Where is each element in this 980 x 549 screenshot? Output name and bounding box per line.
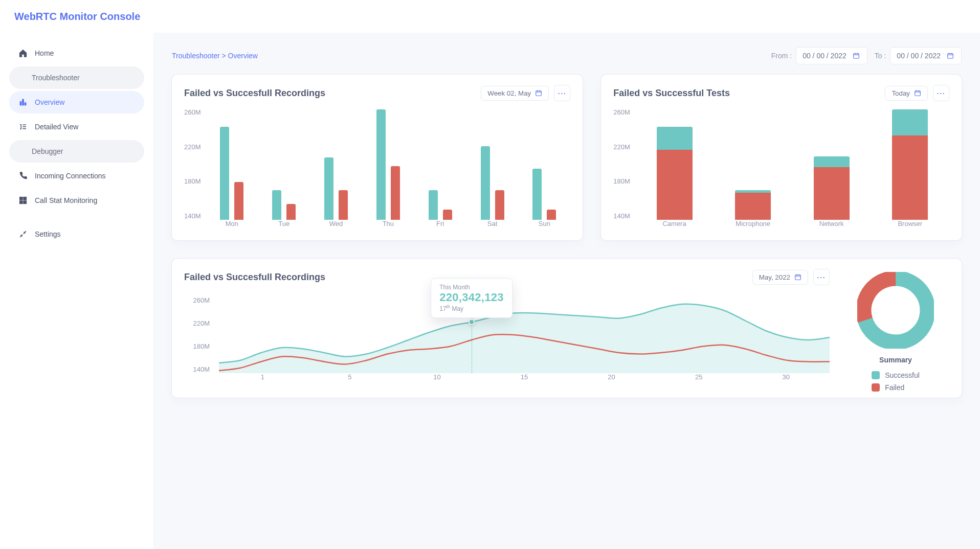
svg-rect-4	[24, 197, 27, 200]
sidebar: HomeTroubleshooterOverviewDetailed ViewD…	[0, 33, 153, 549]
from-date-picker[interactable]: 00 / 00 / 2022	[796, 47, 867, 64]
svg-rect-5	[19, 201, 23, 204]
sidebar-group: Troubleshooter	[9, 66, 144, 89]
chart-bars	[206, 108, 571, 220]
x-axis: CameraMicrophoneNetworkBrowser	[635, 220, 949, 234]
home-icon	[18, 49, 28, 58]
grid-icon	[18, 196, 28, 205]
list-icon	[18, 122, 28, 131]
svg-rect-2	[25, 103, 26, 105]
period-picker[interactable]: May, 2022	[752, 270, 808, 285]
svg-rect-8	[948, 54, 953, 58]
period-label: May, 2022	[759, 273, 790, 281]
bar	[339, 190, 348, 220]
bar	[547, 210, 556, 220]
calendar-icon	[852, 51, 861, 60]
tools-icon	[18, 230, 28, 239]
summary-panel: Summary Successful Failed	[842, 269, 949, 392]
svg-rect-1	[23, 99, 24, 105]
svg-rect-10	[915, 91, 921, 96]
sidebar-item-label: Call Stat Monitoring	[35, 196, 97, 204]
svg-rect-0	[20, 102, 21, 106]
to-date-value: 00 / 00 / 2022	[897, 52, 941, 60]
sidebar-item[interactable]: Overview	[9, 91, 144, 113]
bar	[495, 190, 504, 220]
y-axis: 260M220M180M140M	[184, 106, 206, 234]
svg-rect-11	[795, 275, 801, 280]
period-label: Today	[892, 89, 910, 97]
bar	[220, 127, 229, 220]
phone-icon	[18, 171, 28, 180]
area-plot: This Month 220,342,123 17th May	[219, 296, 830, 373]
tooltip-label: This Month	[439, 284, 504, 291]
sidebar-item[interactable]: Settings	[9, 223, 144, 245]
y-axis: 260M220M180M140M	[613, 106, 635, 234]
more-button[interactable]: ···	[813, 269, 830, 285]
swatch-icon	[872, 371, 880, 379]
swatch-icon	[872, 383, 880, 392]
to-date-picker[interactable]: 00 / 00 / 2022	[890, 47, 962, 64]
chart-tooltip: This Month 220,342,123 17th May	[431, 278, 513, 318]
sidebar-item[interactable]: Detailed View	[9, 116, 144, 138]
more-button[interactable]: ···	[933, 85, 949, 101]
to-label: To :	[875, 52, 886, 60]
bar	[324, 157, 333, 220]
sidebar-item-label: Incoming Connections	[35, 172, 106, 180]
bar	[286, 204, 296, 220]
card-title: Failed vs Succesfull Recordings	[184, 88, 325, 99]
bar	[376, 109, 386, 220]
sidebar-item[interactable]: Call Stat Monitoring	[9, 189, 144, 212]
chart-bars	[635, 108, 949, 220]
bar	[532, 169, 542, 220]
svg-rect-9	[536, 91, 542, 96]
sidebar-item[interactable]: Incoming Connections	[9, 165, 144, 187]
sidebar-item-label: Settings	[35, 230, 61, 238]
bar	[272, 190, 281, 220]
card-recordings-month: Failed vs Succesfull Recordings May, 202…	[172, 259, 962, 398]
legend-label: Failed	[885, 383, 904, 392]
x-axis: 151015202530	[219, 373, 830, 392]
calendar-icon	[946, 51, 955, 60]
bar	[443, 210, 452, 220]
bar	[481, 146, 490, 220]
legend-item-failed: Failed	[872, 383, 920, 392]
bar	[234, 182, 243, 220]
card-title: Failed vs Succesfull Recordings	[184, 272, 325, 283]
card-tests-today: Failed vs Successful Tests Today ··· 260…	[601, 75, 962, 240]
period-label: Week 02, May	[487, 89, 531, 97]
sidebar-item-label: Overview	[35, 98, 64, 106]
sidebar-item-label: Home	[35, 49, 54, 57]
x-axis: MonTueWedThuFriSatSun	[206, 220, 571, 234]
main: Troubleshooter > Overview From : 00 / 00…	[153, 33, 980, 549]
from-label: From :	[771, 52, 792, 60]
bar	[391, 166, 400, 220]
bar	[429, 190, 438, 220]
app-title: WebRTC Monitor Console	[14, 11, 140, 22]
card-recordings-week: Failed vs Succesfull Recordings Week 02,…	[172, 75, 583, 240]
period-picker[interactable]: Week 02, May	[481, 86, 549, 101]
svg-rect-7	[854, 54, 859, 58]
legend-label: Successful	[885, 371, 920, 379]
y-axis: 260M220M180M140M	[184, 296, 215, 373]
sidebar-group: Debugger	[9, 140, 144, 163]
donut-chart	[857, 272, 934, 349]
svg-rect-6	[24, 201, 27, 204]
sidebar-item[interactable]: Home	[9, 42, 144, 64]
svg-rect-3	[19, 197, 23, 200]
summary-title: Summary	[879, 356, 912, 364]
sidebar-item-label: Detailed View	[35, 123, 78, 131]
tooltip-date: 17th May	[439, 304, 504, 312]
date-range: From : 00 / 00 / 2022 To : 00 / 00 / 202…	[771, 47, 962, 64]
bars-icon	[18, 98, 28, 107]
breadcrumb[interactable]: Troubleshooter > Overview	[172, 52, 258, 60]
legend-item-success: Successful	[872, 371, 920, 379]
more-button[interactable]: ···	[554, 85, 570, 101]
from-date-value: 00 / 00 / 2022	[803, 52, 847, 60]
card-title: Failed vs Successful Tests	[613, 88, 730, 99]
period-picker[interactable]: Today	[885, 86, 928, 101]
tooltip-value: 220,342,123	[439, 291, 504, 304]
